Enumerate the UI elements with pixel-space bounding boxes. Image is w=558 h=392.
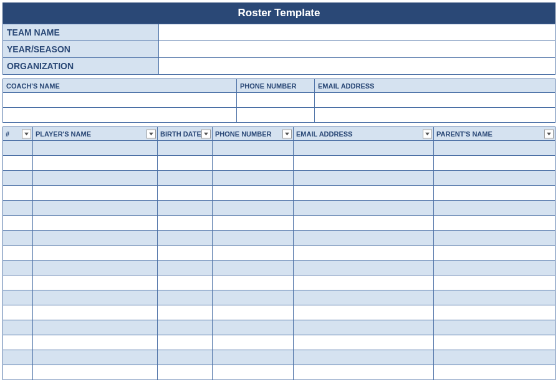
player-name-cell[interactable] [33,305,158,320]
player-name-cell[interactable] [33,201,158,216]
player-email-cell[interactable] [294,290,434,305]
player-num-cell[interactable] [3,171,33,186]
player-phone-cell[interactable] [213,350,294,365]
player-birth-cell[interactable] [158,290,213,305]
player-email-cell[interactable] [294,320,434,335]
coach-email-cell[interactable] [315,93,556,108]
year-season-value[interactable] [159,41,556,58]
player-phone-cell[interactable] [213,171,294,186]
player-phone-cell[interactable] [213,365,294,380]
coach-phone-cell[interactable] [237,93,315,108]
player-num-cell[interactable] [3,335,33,350]
player-birth-cell[interactable] [158,246,213,261]
player-birth-cell[interactable] [158,365,213,380]
player-name-cell[interactable] [33,290,158,305]
player-parent-cell[interactable] [434,365,556,380]
player-parent-cell[interactable] [434,156,556,171]
player-email-cell[interactable] [294,171,434,186]
player-phone-cell[interactable] [213,186,294,201]
player-parent-cell[interactable] [434,231,556,246]
player-phone-cell[interactable] [213,275,294,290]
filter-button-birth[interactable] [201,129,211,138]
player-name-cell[interactable] [33,261,158,275]
player-birth-cell[interactable] [158,141,213,156]
player-parent-cell[interactable] [434,305,556,320]
coach-name-cell[interactable] [3,108,237,123]
filter-button-num[interactable] [22,129,31,138]
player-name-cell[interactable] [33,231,158,246]
player-phone-cell[interactable] [213,201,294,216]
player-email-cell[interactable] [294,350,434,365]
player-email-cell[interactable] [294,275,434,290]
player-birth-cell[interactable] [158,305,213,320]
player-email-cell[interactable] [294,335,434,350]
player-phone-cell[interactable] [213,231,294,246]
player-phone-cell[interactable] [213,305,294,320]
player-parent-cell[interactable] [434,201,556,216]
player-name-cell[interactable] [33,141,158,156]
player-parent-cell[interactable] [434,141,556,156]
filter-button-email[interactable] [423,129,432,138]
coach-name-cell[interactable] [3,93,237,108]
player-phone-cell[interactable] [213,335,294,350]
player-birth-cell[interactable] [158,186,213,201]
filter-button-phone[interactable] [282,129,292,138]
player-phone-cell[interactable] [213,290,294,305]
player-num-cell[interactable] [3,141,33,156]
player-num-cell[interactable] [3,275,33,290]
player-num-cell[interactable] [3,290,33,305]
player-email-cell[interactable] [294,186,434,201]
player-name-cell[interactable] [33,350,158,365]
player-birth-cell[interactable] [158,335,213,350]
player-num-cell[interactable] [3,261,33,275]
player-birth-cell[interactable] [158,216,213,231]
player-phone-cell[interactable] [213,246,294,261]
player-phone-cell[interactable] [213,320,294,335]
player-num-cell[interactable] [3,320,33,335]
player-parent-cell[interactable] [434,246,556,261]
player-email-cell[interactable] [294,261,434,275]
player-phone-cell[interactable] [213,261,294,275]
player-email-cell[interactable] [294,216,434,231]
player-parent-cell[interactable] [434,186,556,201]
player-email-cell[interactable] [294,246,434,261]
player-name-cell[interactable] [33,216,158,231]
player-num-cell[interactable] [3,156,33,171]
player-email-cell[interactable] [294,365,434,380]
player-birth-cell[interactable] [158,171,213,186]
player-birth-cell[interactable] [158,201,213,216]
player-birth-cell[interactable] [158,261,213,275]
filter-button-name[interactable] [147,129,156,138]
player-name-cell[interactable] [33,365,158,380]
team-name-value[interactable] [159,24,556,41]
player-phone-cell[interactable] [213,156,294,171]
player-birth-cell[interactable] [158,156,213,171]
player-parent-cell[interactable] [434,350,556,365]
player-num-cell[interactable] [3,246,33,261]
coach-phone-cell[interactable] [237,108,315,123]
player-name-cell[interactable] [33,156,158,171]
player-num-cell[interactable] [3,216,33,231]
player-name-cell[interactable] [33,335,158,350]
player-parent-cell[interactable] [434,261,556,275]
player-parent-cell[interactable] [434,171,556,186]
player-parent-cell[interactable] [434,335,556,350]
player-email-cell[interactable] [294,141,434,156]
player-email-cell[interactable] [294,156,434,171]
player-name-cell[interactable] [33,275,158,290]
player-num-cell[interactable] [3,186,33,201]
player-birth-cell[interactable] [158,231,213,246]
player-name-cell[interactable] [33,246,158,261]
player-birth-cell[interactable] [158,320,213,335]
player-parent-cell[interactable] [434,275,556,290]
player-phone-cell[interactable] [213,216,294,231]
filter-button-parent[interactable] [544,129,554,138]
player-email-cell[interactable] [294,305,434,320]
player-num-cell[interactable] [3,305,33,320]
player-birth-cell[interactable] [158,350,213,365]
coach-email-cell[interactable] [315,108,556,123]
player-num-cell[interactable] [3,350,33,365]
player-email-cell[interactable] [294,201,434,216]
player-name-cell[interactable] [33,320,158,335]
organization-value[interactable] [159,58,556,75]
